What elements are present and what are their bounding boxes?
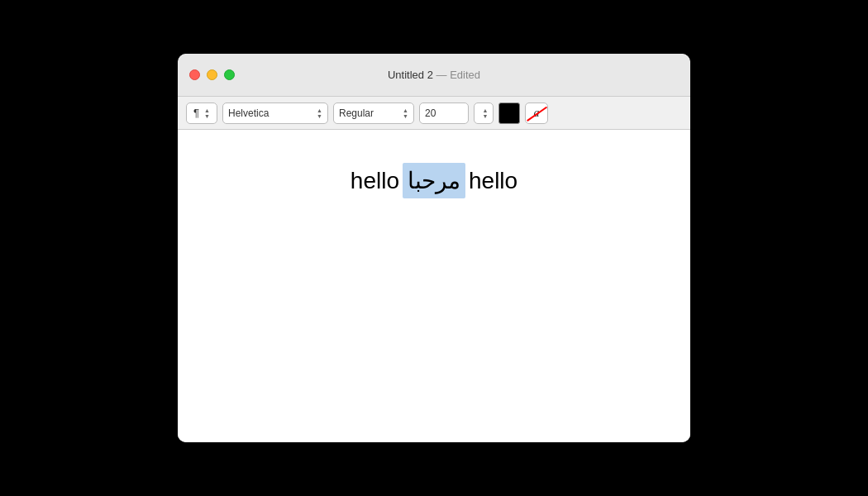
font-size-label: 20: [425, 107, 436, 119]
font-name-select[interactable]: Helvetica ▲ ▼: [222, 103, 328, 124]
traffic-lights: [189, 69, 235, 80]
font-name-label: Helvetica: [228, 107, 269, 119]
text-hello-before: hello: [347, 163, 403, 198]
document-name: Untitled 2: [388, 69, 433, 81]
chevron-down-icon: ▼: [403, 113, 408, 119]
strikethrough-button[interactable]: a: [525, 103, 548, 124]
font-style-stepper[interactable]: ▲ ▼: [403, 107, 408, 119]
strikethrough-icon: a: [534, 107, 540, 120]
chevron-down-icon: ▼: [483, 113, 489, 119]
chevron-up-icon: ▲: [483, 107, 489, 113]
chevron-down-icon: ▼: [317, 113, 322, 119]
text-color-swatch[interactable]: [498, 103, 520, 124]
document-content[interactable]: hello مرحبا hello: [178, 130, 690, 442]
text-hello-after: hello: [465, 163, 521, 198]
font-size-field[interactable]: 20: [419, 103, 469, 124]
chevron-down-icon: ▼: [204, 113, 210, 119]
text-body: hello مرحبا hello: [347, 163, 521, 198]
paragraph-icon: ¶: [193, 107, 199, 119]
font-style-label: Regular: [339, 107, 374, 119]
minimize-button[interactable]: [207, 69, 217, 80]
window-title: Untitled 2 — Edited: [388, 69, 480, 81]
edited-indicator: — Edited: [433, 69, 480, 81]
title-bar: Untitled 2 — Edited: [178, 54, 690, 97]
chevron-up-icon: ▲: [317, 107, 322, 113]
font-name-stepper[interactable]: ▲ ▼: [317, 107, 322, 119]
paragraph-stepper[interactable]: ▲ ▼: [204, 107, 210, 119]
font-style-select[interactable]: Regular ▲ ▼: [333, 103, 414, 124]
chevron-up-icon: ▲: [403, 107, 408, 113]
text-arabic-selected: مرحبا: [403, 163, 465, 198]
toolbar: ¶ ▲ ▼ Helvetica ▲ ▼ Regular ▲ ▼ 20: [178, 97, 690, 130]
close-button[interactable]: [189, 69, 200, 80]
maximize-button[interactable]: [224, 69, 235, 80]
chevron-up-icon: ▲: [204, 107, 210, 113]
font-size-stepper[interactable]: ▲ ▼: [474, 103, 494, 124]
paragraph-button[interactable]: ¶ ▲ ▼: [186, 103, 217, 124]
app-window: Untitled 2 — Edited ¶ ▲ ▼ Helvetica ▲ ▼ …: [178, 54, 690, 442]
